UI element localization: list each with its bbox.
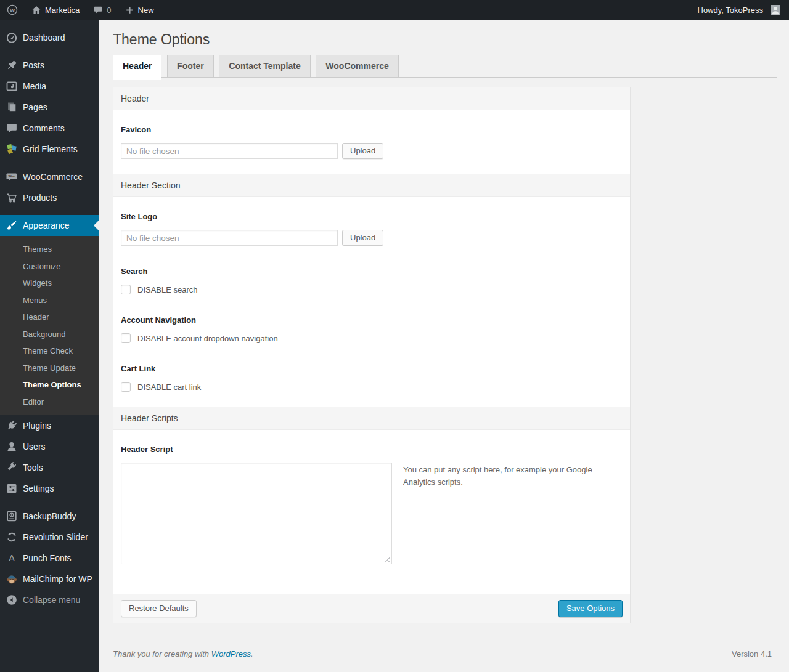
tabs-divider <box>113 77 777 78</box>
submenu-item-themes[interactable]: Themes <box>0 241 99 258</box>
version-label: Version 4.1 <box>732 649 772 658</box>
search-label: Search <box>121 267 623 276</box>
favicon-field-group: Favicon Upload <box>121 125 623 159</box>
woocommerce-icon: Woo <box>0 171 23 183</box>
site-logo-label: Site Logo <box>121 212 623 221</box>
header-script-field-group: Header Script You can put any script her… <box>121 445 623 564</box>
comments-adminbar-link[interactable]: 0 <box>86 0 118 20</box>
sidebar-item-label: Comments <box>23 123 65 133</box>
submenu-item-header[interactable]: Header <box>0 309 99 326</box>
sidebar-item-media[interactable]: Media <box>0 76 99 97</box>
tab-footer[interactable]: Footer <box>167 55 214 77</box>
page-footer: Thank you for creating with WordPress. V… <box>113 649 777 658</box>
tab-header[interactable]: Header <box>113 55 161 80</box>
save-options-button[interactable]: Save Options <box>558 600 623 617</box>
menu-separator <box>0 160 99 166</box>
sidebar-item-tools[interactable]: Tools <box>0 457 99 478</box>
submenu-item-theme-update[interactable]: Theme Update <box>0 360 99 377</box>
media-icon <box>0 80 23 92</box>
section-header-scripts: Header Scripts <box>113 407 630 430</box>
submenu-item-customize[interactable]: Customize <box>0 258 99 275</box>
menu-separator <box>0 208 99 215</box>
section-header-body: Favicon Upload <box>113 110 630 174</box>
section-header-section: Header Section <box>113 174 630 197</box>
search-field-group: Search DISABLE search <box>121 267 623 294</box>
site-logo-field-group: Site Logo Upload <box>121 212 623 246</box>
site-logo-upload-button[interactable]: Upload <box>342 230 383 246</box>
cart-icon <box>0 192 23 204</box>
sidebar-item-users[interactable]: Users <box>0 436 99 457</box>
comments-count-badge: 0 <box>107 6 111 15</box>
sidebar-item-label: Media <box>23 81 46 91</box>
wordpress-link[interactable]: WordPress <box>211 649 251 658</box>
wp-logo-menu[interactable]: W <box>0 0 25 20</box>
letter-a-icon: A <box>0 552 23 564</box>
new-label: New <box>138 6 154 15</box>
sidebar-item-settings[interactable]: Settings <box>0 478 99 499</box>
submenu-item-widgets[interactable]: Widgets <box>0 275 99 292</box>
theme-options-panel: Header Favicon Upload Header Section Sit… <box>113 87 631 623</box>
section-header-section-body: Site Logo Upload Search DISABLE search <box>113 197 630 407</box>
section-header-scripts-body: Header Script You can put any script her… <box>113 430 630 579</box>
favicon-upload-button[interactable]: Upload <box>342 143 383 159</box>
submenu-item-theme-options[interactable]: Theme Options <box>0 376 99 394</box>
site-name-link[interactable]: Marketica <box>25 0 86 20</box>
sidebar-item-revolution-slider[interactable]: Revolution Slider <box>0 527 99 548</box>
sidebar-item-label: Plugins <box>23 421 51 431</box>
tab-woocommerce[interactable]: WooCommerce <box>316 55 398 77</box>
disable-account-nav-checkbox[interactable] <box>121 333 131 343</box>
settings-sliders-icon <box>0 482 23 495</box>
disable-cart-link-checkbox[interactable] <box>121 382 131 392</box>
tab-contact-template[interactable]: Contact Template <box>219 55 310 77</box>
menu-separator <box>0 499 99 506</box>
sidebar-item-backupbuddy[interactable]: BackupBuddy <box>0 506 99 527</box>
favicon-file-input[interactable] <box>121 143 338 159</box>
site-logo-file-input[interactable] <box>121 230 338 246</box>
sidebar-item-pages[interactable]: Pages <box>0 97 99 118</box>
sidebar-item-grid-elements[interactable]: Grid Elements <box>0 139 99 160</box>
disable-cart-link-label[interactable]: DISABLE cart link <box>137 383 201 392</box>
disable-account-nav-label[interactable]: DISABLE account dropdown navigation <box>137 334 278 343</box>
sidebar-item-label: Posts <box>23 60 44 70</box>
home-icon <box>31 5 41 15</box>
submenu-item-theme-check[interactable]: Theme Check <box>0 342 99 360</box>
sidebar-item-dashboard[interactable]: Dashboard <box>0 27 99 48</box>
backup-drive-icon <box>0 510 23 522</box>
disable-search-checkbox[interactable] <box>121 285 131 294</box>
sidebar-item-mailchimp[interactable]: MailChimp for WP <box>0 569 99 589</box>
sidebar-item-appearance[interactable]: Appearance <box>0 215 99 236</box>
wordpress-logo-icon: W <box>7 4 18 15</box>
disable-search-label[interactable]: DISABLE search <box>137 285 198 294</box>
submenu-item-background[interactable]: Background <box>0 326 99 343</box>
sidebar-item-label: Products <box>23 193 57 203</box>
sidebar-item-label: Dashboard <box>23 33 65 43</box>
footer-thanks-text: Thank you for creating with WordPress. <box>113 649 253 658</box>
sidebar-item-comments[interactable]: Comments <box>0 118 99 139</box>
sidebar-item-label: Users <box>23 442 46 451</box>
admin-bar: W Marketica 0 New Howdy, TokoPress <box>0 0 789 20</box>
sidebar-item-label: Grid Elements <box>23 144 78 154</box>
sidebar-item-label: Appearance <box>23 221 70 230</box>
sidebar-item-punch-fonts[interactable]: A Punch Fonts <box>0 548 99 569</box>
sidebar-item-posts[interactable]: Posts <box>0 55 99 76</box>
comments-icon <box>0 122 23 134</box>
my-account-link[interactable]: Howdy, TokoPress <box>695 0 766 20</box>
sidebar-item-woocommerce[interactable]: Woo WooCommerce <box>0 166 99 187</box>
dashboard-icon <box>0 31 23 44</box>
new-content-menu[interactable]: New <box>118 0 161 20</box>
account-navigation-label: Account Navigation <box>121 315 623 325</box>
submenu-item-menus[interactable]: Menus <box>0 292 99 309</box>
collapse-menu-button[interactable]: Collapse menu <box>0 589 99 610</box>
howdy-label: Howdy, TokoPress <box>698 6 763 15</box>
favicon-label: Favicon <box>121 125 623 134</box>
plugin-icon <box>0 419 23 432</box>
pushpin-icon <box>0 59 23 71</box>
sidebar-item-products[interactable]: Products <box>0 187 99 208</box>
header-script-textarea-wrap <box>121 463 392 564</box>
sidebar-item-plugins[interactable]: Plugins <box>0 415 99 436</box>
restore-defaults-button[interactable]: Restore Defaults <box>121 600 197 617</box>
header-script-textarea[interactable] <box>121 463 392 564</box>
svg-text:Woo: Woo <box>8 174 15 178</box>
collapse-arrow-icon <box>0 594 23 606</box>
submenu-item-editor[interactable]: Editor <box>0 394 99 411</box>
